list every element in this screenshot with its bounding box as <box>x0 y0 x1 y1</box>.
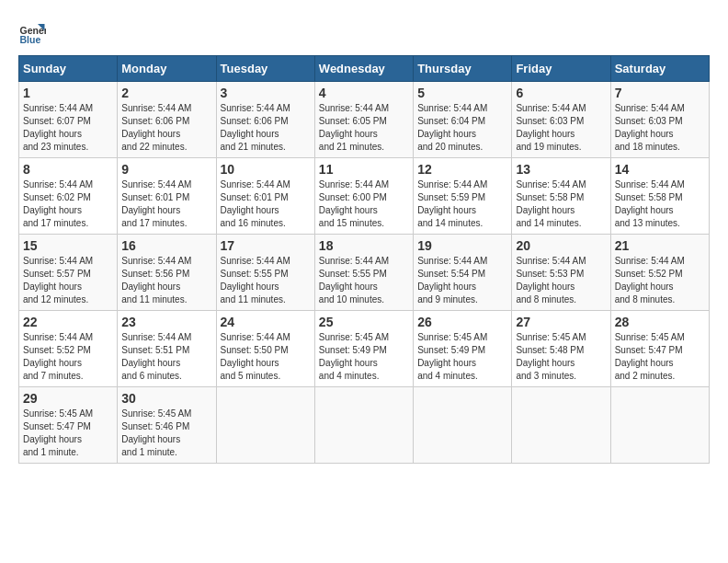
calendar-cell: 2 Sunrise: 5:44 AM Sunset: 6:06 PM Dayli… <box>118 82 216 158</box>
calendar-cell: 6 Sunrise: 5:44 AM Sunset: 6:03 PM Dayli… <box>512 82 610 158</box>
day-number: 10 <box>221 162 311 177</box>
calendar-cell: 24 Sunrise: 5:44 AM Sunset: 5:50 PM Dayl… <box>216 311 314 387</box>
day-number: 9 <box>121 162 211 177</box>
calendar-body: 1 Sunrise: 5:44 AM Sunset: 6:07 PM Dayli… <box>19 82 710 464</box>
weekday-monday: Monday <box>118 56 216 82</box>
day-info: Sunrise: 5:44 AM Sunset: 6:07 PM Dayligh… <box>23 102 113 154</box>
day-info: Sunrise: 5:44 AM Sunset: 6:04 PM Dayligh… <box>417 102 507 154</box>
week-row: 1 Sunrise: 5:44 AM Sunset: 6:07 PM Dayli… <box>19 82 710 158</box>
day-number: 12 <box>417 162 507 177</box>
calendar-cell: 19 Sunrise: 5:44 AM Sunset: 5:54 PM Dayl… <box>414 235 512 311</box>
calendar-cell: 1 Sunrise: 5:44 AM Sunset: 6:07 PM Dayli… <box>19 82 118 158</box>
day-number: 24 <box>221 315 311 329</box>
day-number: 13 <box>516 162 606 177</box>
day-number: 6 <box>516 86 606 100</box>
calendar-cell: 30 Sunrise: 5:45 AM Sunset: 5:46 PM Dayl… <box>118 387 216 464</box>
day-number: 20 <box>516 238 606 253</box>
day-info: Sunrise: 5:44 AM Sunset: 5:57 PM Dayligh… <box>23 255 113 306</box>
day-info: Sunrise: 5:44 AM Sunset: 5:53 PM Dayligh… <box>516 255 606 306</box>
day-number: 21 <box>615 238 705 253</box>
day-info: Sunrise: 5:44 AM Sunset: 6:00 PM Dayligh… <box>319 178 409 230</box>
day-number: 3 <box>221 86 311 100</box>
week-row: 22 Sunrise: 5:44 AM Sunset: 5:52 PM Dayl… <box>19 311 710 387</box>
week-row: 29 Sunrise: 5:45 AM Sunset: 5:47 PM Dayl… <box>19 387 710 464</box>
day-info: Sunrise: 5:44 AM Sunset: 5:58 PM Dayligh… <box>615 178 705 230</box>
calendar-cell: 18 Sunrise: 5:44 AM Sunset: 5:55 PM Dayl… <box>314 235 413 311</box>
weekday-tuesday: Tuesday <box>216 56 314 82</box>
day-info: Sunrise: 5:44 AM Sunset: 5:55 PM Dayligh… <box>221 255 311 306</box>
logo-icon: General Blue <box>18 18 46 46</box>
day-number: 4 <box>319 86 409 100</box>
day-info: Sunrise: 5:44 AM Sunset: 6:01 PM Dayligh… <box>121 178 211 230</box>
calendar-cell <box>314 387 413 464</box>
day-number: 15 <box>23 238 113 253</box>
day-number: 1 <box>23 86 113 100</box>
day-number: 5 <box>417 86 507 100</box>
calendar-cell <box>414 387 512 464</box>
calendar-cell: 8 Sunrise: 5:44 AM Sunset: 6:02 PM Dayli… <box>19 158 118 235</box>
day-number: 23 <box>121 315 211 329</box>
svg-text:Blue: Blue <box>20 34 41 45</box>
calendar-cell <box>610 387 709 464</box>
calendar-cell: 20 Sunrise: 5:44 AM Sunset: 5:53 PM Dayl… <box>512 235 610 311</box>
weekday-wednesday: Wednesday <box>314 56 413 82</box>
day-info: Sunrise: 5:45 AM Sunset: 5:49 PM Dayligh… <box>417 331 507 383</box>
weekday-sunday: Sunday <box>19 56 118 82</box>
day-info: Sunrise: 5:44 AM Sunset: 6:02 PM Dayligh… <box>23 178 113 230</box>
day-number: 26 <box>417 315 507 329</box>
calendar-cell: 3 Sunrise: 5:44 AM Sunset: 6:06 PM Dayli… <box>216 82 314 158</box>
day-info: Sunrise: 5:44 AM Sunset: 5:54 PM Dayligh… <box>417 255 507 306</box>
calendar-cell: 28 Sunrise: 5:45 AM Sunset: 5:47 PM Dayl… <box>610 311 709 387</box>
day-info: Sunrise: 5:44 AM Sunset: 5:58 PM Dayligh… <box>516 178 606 230</box>
calendar-cell: 11 Sunrise: 5:44 AM Sunset: 6:00 PM Dayl… <box>314 158 413 235</box>
calendar-cell: 27 Sunrise: 5:45 AM Sunset: 5:48 PM Dayl… <box>512 311 610 387</box>
day-number: 8 <box>23 162 113 177</box>
day-number: 22 <box>23 315 113 329</box>
calendar-table: SundayMondayTuesdayWednesdayThursdayFrid… <box>18 55 710 464</box>
calendar-cell: 16 Sunrise: 5:44 AM Sunset: 5:56 PM Dayl… <box>118 235 216 311</box>
day-number: 2 <box>121 86 211 100</box>
day-info: Sunrise: 5:44 AM Sunset: 5:51 PM Dayligh… <box>121 331 211 383</box>
day-number: 29 <box>23 391 113 406</box>
page-header: General Blue <box>18 18 710 46</box>
weekday-friday: Friday <box>512 56 610 82</box>
calendar-cell: 21 Sunrise: 5:44 AM Sunset: 5:52 PM Dayl… <box>610 235 709 311</box>
day-info: Sunrise: 5:44 AM Sunset: 6:06 PM Dayligh… <box>221 102 311 154</box>
weekday-saturday: Saturday <box>610 56 709 82</box>
calendar-cell: 4 Sunrise: 5:44 AM Sunset: 6:05 PM Dayli… <box>314 82 413 158</box>
calendar-cell: 5 Sunrise: 5:44 AM Sunset: 6:04 PM Dayli… <box>414 82 512 158</box>
day-number: 30 <box>121 391 211 406</box>
calendar-cell <box>216 387 314 464</box>
day-info: Sunrise: 5:44 AM Sunset: 5:59 PM Dayligh… <box>417 178 507 230</box>
day-info: Sunrise: 5:44 AM Sunset: 6:03 PM Dayligh… <box>615 102 705 154</box>
day-number: 18 <box>319 238 409 253</box>
calendar-cell: 14 Sunrise: 5:44 AM Sunset: 5:58 PM Dayl… <box>610 158 709 235</box>
calendar-cell: 10 Sunrise: 5:44 AM Sunset: 6:01 PM Dayl… <box>216 158 314 235</box>
day-info: Sunrise: 5:45 AM Sunset: 5:47 PM Dayligh… <box>615 331 705 383</box>
weekday-thursday: Thursday <box>414 56 512 82</box>
day-info: Sunrise: 5:44 AM Sunset: 5:56 PM Dayligh… <box>121 255 211 306</box>
day-info: Sunrise: 5:45 AM Sunset: 5:47 PM Dayligh… <box>23 408 113 459</box>
week-row: 15 Sunrise: 5:44 AM Sunset: 5:57 PM Dayl… <box>19 235 710 311</box>
day-info: Sunrise: 5:44 AM Sunset: 5:52 PM Dayligh… <box>615 255 705 306</box>
day-number: 7 <box>615 86 705 100</box>
calendar-cell: 9 Sunrise: 5:44 AM Sunset: 6:01 PM Dayli… <box>118 158 216 235</box>
day-info: Sunrise: 5:44 AM Sunset: 6:05 PM Dayligh… <box>319 102 409 154</box>
day-info: Sunrise: 5:44 AM Sunset: 6:03 PM Dayligh… <box>516 102 606 154</box>
calendar-cell: 23 Sunrise: 5:44 AM Sunset: 5:51 PM Dayl… <box>118 311 216 387</box>
day-number: 14 <box>615 162 705 177</box>
day-info: Sunrise: 5:45 AM Sunset: 5:48 PM Dayligh… <box>516 331 606 383</box>
day-info: Sunrise: 5:44 AM Sunset: 6:01 PM Dayligh… <box>221 178 311 230</box>
day-number: 27 <box>516 315 606 329</box>
day-number: 19 <box>417 238 507 253</box>
calendar-cell: 7 Sunrise: 5:44 AM Sunset: 6:03 PM Dayli… <box>610 82 709 158</box>
calendar-cell: 15 Sunrise: 5:44 AM Sunset: 5:57 PM Dayl… <box>19 235 118 311</box>
calendar-cell: 13 Sunrise: 5:44 AM Sunset: 5:58 PM Dayl… <box>512 158 610 235</box>
calendar-cell: 25 Sunrise: 5:45 AM Sunset: 5:49 PM Dayl… <box>314 311 413 387</box>
day-info: Sunrise: 5:44 AM Sunset: 5:55 PM Dayligh… <box>319 255 409 306</box>
day-info: Sunrise: 5:44 AM Sunset: 6:06 PM Dayligh… <box>121 102 211 154</box>
calendar-header: SundayMondayTuesdayWednesdayThursdayFrid… <box>19 56 710 82</box>
calendar-cell: 17 Sunrise: 5:44 AM Sunset: 5:55 PM Dayl… <box>216 235 314 311</box>
day-info: Sunrise: 5:45 AM Sunset: 5:49 PM Dayligh… <box>319 331 409 383</box>
day-number: 11 <box>319 162 409 177</box>
